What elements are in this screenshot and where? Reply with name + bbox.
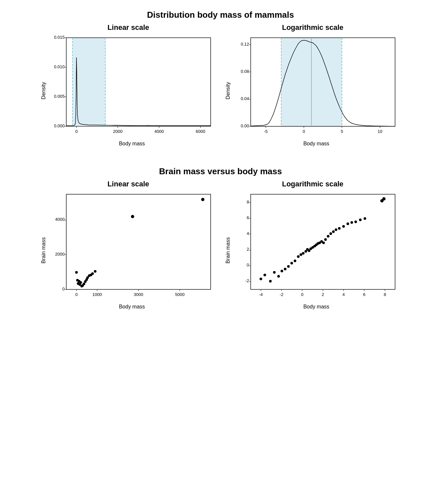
log-density-y-label: Density [224, 34, 231, 147]
svg-text:8: 8 [384, 292, 386, 297]
svg-text:10: 10 [378, 129, 382, 134]
linear-density-inner: 0.000 0.005 0.010 0.015 0 2000 [47, 34, 217, 147]
scatter-point [201, 198, 204, 201]
scatter-point [79, 281, 82, 284]
scatter-point [94, 270, 96, 273]
scatter-point [75, 271, 78, 274]
svg-text:4: 4 [247, 231, 249, 236]
log-scatter-point [332, 230, 335, 233]
svg-text:0: 0 [301, 292, 303, 297]
svg-text:6: 6 [363, 292, 365, 297]
log-scatter-point [290, 262, 293, 264]
linear-density-y-label: Density [39, 34, 47, 147]
svg-text:0: 0 [75, 129, 77, 134]
svg-text:0.00: 0.00 [241, 123, 249, 128]
log-density-x-label: Body mass [303, 141, 329, 147]
section-gap [7, 153, 434, 166]
log-scatter-point [260, 278, 262, 280]
linear-scatter-chart: Linear scale Brain mass [39, 180, 217, 310]
log-scatter-point [354, 220, 357, 223]
svg-text:0.015: 0.015 [54, 35, 65, 40]
log-scatter-point [324, 238, 327, 241]
scatter-point [131, 215, 134, 218]
log-scatter-svg: -2 0 2 4 6 8 -4 [231, 191, 402, 303]
log-scatter-wrap: Brain mass [224, 191, 402, 310]
svg-text:-5: -5 [264, 129, 268, 134]
svg-text:2000: 2000 [113, 129, 123, 134]
linear-scatter-border [66, 194, 211, 289]
log-scatter-y-label: Brain mass [224, 191, 231, 310]
log-scatter-point [287, 265, 290, 268]
log-scatter-point [284, 268, 286, 270]
log-scatter-point [277, 275, 280, 278]
bottom-section-title: Brain mass versus body mass [7, 166, 434, 177]
log-scatter-point [322, 242, 325, 244]
svg-text:6: 6 [247, 215, 249, 220]
svg-text:0.005: 0.005 [54, 94, 65, 99]
svg-text:6000: 6000 [196, 129, 205, 134]
log-scatter-point [346, 222, 349, 225]
svg-text:4000: 4000 [155, 129, 164, 134]
log-density-inner: 0.00 0.04 0.08 0.12 -5 [231, 34, 402, 147]
log-scatter-point [273, 271, 276, 274]
svg-text:2000: 2000 [55, 252, 65, 257]
svg-text:4: 4 [342, 292, 345, 297]
linear-scatter-inner: 0 2000 4000 0 1000 3000 5000 [47, 191, 217, 310]
svg-text:5: 5 [341, 129, 343, 134]
svg-text:0: 0 [62, 286, 65, 291]
svg-text:-4: -4 [259, 292, 263, 297]
svg-text:8: 8 [247, 200, 249, 204]
linear-scatter-label: Linear scale [107, 180, 149, 188]
linear-scatter-y-label: Brain mass [39, 191, 47, 310]
svg-text:1000: 1000 [93, 292, 102, 297]
svg-text:-2: -2 [280, 292, 284, 297]
svg-text:0: 0 [303, 129, 305, 134]
linear-scale-label: Linear scale [107, 23, 149, 32]
svg-text:0.000: 0.000 [54, 123, 65, 128]
log-scatter-point [335, 228, 337, 231]
log-scatter-x-label: Body mass [303, 304, 329, 310]
log-scatter-point [329, 232, 332, 235]
log-density-wrap: Density [224, 34, 402, 147]
log-density-svg: 0.00 0.04 0.08 0.12 -5 [231, 34, 402, 139]
log-scatter-point [359, 219, 362, 221]
svg-text:0.04: 0.04 [241, 96, 249, 101]
linear-scatter-x-label: Body mass [119, 304, 145, 310]
log-scatter-point [281, 270, 283, 272]
svg-text:0.12: 0.12 [241, 42, 249, 47]
linear-scatter-wrap: Brain mass [39, 191, 217, 310]
scatter-point [91, 272, 94, 275]
log-scatter-point [350, 221, 353, 224]
log-scatter-point [364, 217, 366, 220]
svg-text:5000: 5000 [175, 292, 185, 297]
svg-text:0.08: 0.08 [241, 69, 249, 74]
linear-density-x-label: Body mass [119, 141, 145, 147]
log-scatter-point [297, 255, 300, 258]
svg-text:2: 2 [322, 292, 324, 297]
svg-text:4000: 4000 [55, 217, 65, 222]
top-section-title: Distribution body mass of mammals [7, 10, 434, 20]
svg-text:0.010: 0.010 [54, 64, 65, 69]
bottom-row: Linear scale Brain mass [7, 180, 434, 310]
log-scatter-point [263, 274, 266, 276]
log-scatter-label: Logarithmic scale [282, 180, 343, 188]
svg-text:-2: -2 [245, 278, 249, 283]
log-scatter-point [294, 260, 296, 262]
linear-density-svg: 0.000 0.005 0.010 0.015 0 2000 [47, 34, 217, 139]
log-scatter-point [342, 225, 345, 228]
svg-text:0: 0 [247, 262, 249, 267]
log-scatter-inner: -2 0 2 4 6 8 -4 [231, 191, 402, 310]
linear-scatter-svg: 0 2000 4000 0 1000 3000 5000 [47, 191, 217, 303]
scatter-point [83, 283, 85, 285]
log-scatter-point [382, 197, 386, 200]
svg-text:3000: 3000 [134, 292, 143, 297]
log-scale-label: Logarithmic scale [282, 23, 343, 32]
log-scatter-point [300, 253, 302, 256]
log-scatter-point [302, 252, 304, 255]
log-density-chart: Logarithmic scale Density [224, 23, 402, 147]
log-scatter-point [338, 227, 341, 230]
linear-density-chart: Linear scale Density [39, 23, 217, 147]
log-scatter-point [327, 235, 329, 238]
log-scatter-chart: Logarithmic scale Brain mass [224, 180, 402, 310]
linear-density-wrap: Density [39, 34, 217, 147]
